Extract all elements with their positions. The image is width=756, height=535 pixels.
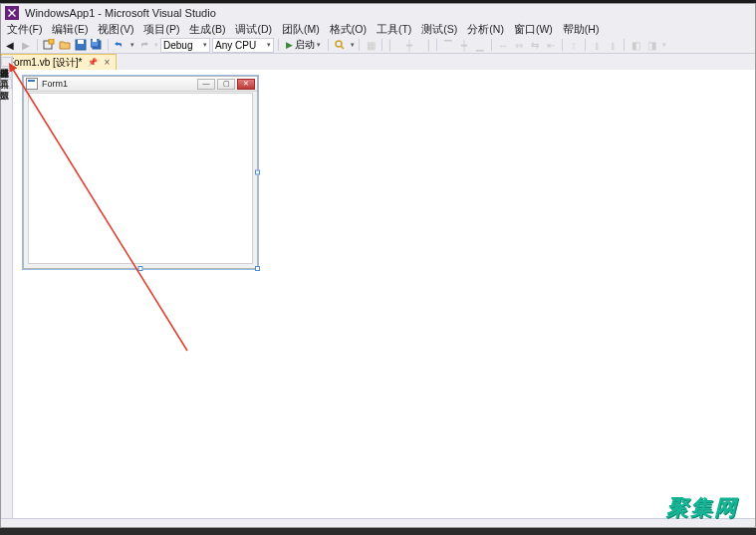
config-dropdown[interactable]: Debug ▾: [160, 38, 210, 53]
maximize-icon: ▢: [217, 79, 235, 90]
open-button[interactable]: [58, 38, 72, 52]
play-icon: ▶: [286, 40, 293, 50]
menu-help[interactable]: 帮助(H): [561, 23, 602, 37]
platform-dropdown[interactable]: Any CPU ▾: [212, 38, 274, 53]
redo-button[interactable]: [136, 38, 150, 52]
form-titlebar: Form1 — ▢ ✕: [24, 77, 257, 92]
align-bottom-button[interactable]: ▁: [473, 38, 487, 52]
form-window-buttons: — ▢ ✕: [197, 79, 255, 90]
form-caption: Form1: [42, 79, 197, 89]
toolbar: ◀ ▶ ▾ ▾ Debug ▾ Any CPU ▾: [1, 37, 755, 54]
toolbar-separator: [562, 39, 563, 51]
menu-view[interactable]: 视图(V): [96, 23, 135, 37]
rail-datasource[interactable]: 数据源: [1, 79, 12, 89]
new-project-button[interactable]: [42, 38, 56, 52]
center-h-button[interactable]: ⫿: [590, 38, 604, 52]
toolbar-separator: [381, 39, 382, 51]
chevron-down-icon: ▾: [203, 41, 207, 49]
nav-back-button[interactable]: ◀: [3, 38, 17, 52]
tab-form1-designer[interactable]: Form1.vb [设计]* 📌 ×: [1, 54, 117, 70]
toolbar-separator: [328, 39, 329, 51]
design-form[interactable]: Form1 — ▢ ✕: [23, 76, 258, 269]
resize-handle-e[interactable]: [255, 170, 260, 175]
toolbar-separator: [278, 39, 279, 51]
rail-server-explorer[interactable]: 服务器资源管理器: [1, 57, 12, 67]
hspacing-dec-button[interactable]: ⇆: [528, 38, 542, 52]
hspacing-inc-button[interactable]: ⇔: [512, 38, 526, 52]
close-icon[interactable]: ×: [104, 57, 110, 68]
send-back-button[interactable]: ◨: [644, 38, 658, 52]
vspacing-equal-button[interactable]: ↕: [567, 38, 581, 52]
form-icon: [26, 78, 38, 90]
config-value: Debug: [163, 40, 201, 51]
find-dropdown-icon[interactable]: ▾: [351, 41, 355, 49]
align-middle-button[interactable]: ┿: [457, 38, 471, 52]
tab-label: Form1.vb [设计]*: [8, 56, 82, 70]
vs-logo-icon: [5, 6, 19, 20]
left-rail: 服务器资源管理器 工具箱 数据源: [1, 56, 13, 519]
menu-project[interactable]: 项目(P): [141, 23, 181, 37]
toolbar-separator: [37, 39, 38, 51]
toolbar-separator: [624, 39, 625, 51]
menu-window[interactable]: 窗口(W): [512, 23, 555, 37]
rail-toolbox[interactable]: 工具箱: [1, 68, 12, 78]
align-top-button[interactable]: ▔: [441, 38, 455, 52]
start-debug-button[interactable]: ▶ 启动 ▾: [283, 39, 324, 52]
chevron-down-icon: ▾: [267, 41, 271, 49]
hspacing-remove-button[interactable]: ⇤: [544, 38, 558, 52]
bring-front-button[interactable]: ◧: [629, 38, 642, 52]
resize-handle-s[interactable]: [138, 266, 143, 271]
save-button[interactable]: [74, 38, 88, 52]
chevron-down-icon: ▾: [317, 41, 321, 49]
menu-analyze[interactable]: 分析(N): [465, 23, 506, 37]
designer-surface[interactable]: Form1 — ▢ ✕: [13, 70, 755, 519]
redo-dropdown-icon[interactable]: ▾: [154, 41, 158, 49]
svg-rect-1: [49, 39, 54, 44]
menu-format[interactable]: 格式(O): [328, 23, 369, 37]
nav-fwd-button[interactable]: ▶: [19, 38, 33, 52]
toolbar-separator: [436, 39, 437, 51]
visual-studio-window: WindowsApp1 - Microsoft Visual Studio 文件…: [0, 3, 756, 528]
status-bar: [1, 518, 755, 527]
find-button[interactable]: [333, 38, 347, 52]
svg-line-8: [341, 46, 344, 49]
menu-build[interactable]: 生成(B): [187, 23, 227, 37]
undo-button[interactable]: [113, 38, 126, 52]
align-grid-button[interactable]: ▦: [364, 38, 378, 52]
toolbar-separator: [359, 39, 360, 51]
center-v-button[interactable]: ⫿: [606, 38, 620, 52]
titlebar: WindowsApp1 - Microsoft Visual Studio: [1, 4, 755, 22]
watermark-text: 聚集网: [666, 493, 738, 523]
form-client-area[interactable]: [28, 93, 253, 264]
menu-file[interactable]: 文件(F): [5, 23, 44, 37]
minimize-icon: —: [197, 79, 215, 90]
save-all-button[interactable]: [90, 38, 104, 52]
align-left-button[interactable]: ▏: [386, 38, 400, 52]
toolbar-separator: [491, 39, 492, 51]
align-center-button[interactable]: ┿: [402, 38, 416, 52]
close-window-icon: ✕: [237, 79, 255, 90]
document-tabs: Form1.vb [设计]* 📌 ×: [1, 54, 755, 71]
menu-test[interactable]: 测试(S): [419, 23, 459, 37]
align-right-button[interactable]: ▕: [418, 38, 432, 52]
menu-tools[interactable]: 工具(T): [375, 23, 413, 37]
hspacing-equal-button[interactable]: ↔: [496, 38, 510, 52]
menubar: 文件(F) 编辑(E) 视图(V) 项目(P) 生成(B) 调试(D) 团队(M…: [1, 22, 755, 37]
undo-dropdown-icon[interactable]: ▾: [130, 41, 134, 49]
layout-dropdown-icon[interactable]: ▾: [662, 41, 666, 49]
menu-debug[interactable]: 调试(D): [233, 23, 274, 37]
menu-edit[interactable]: 编辑(E): [50, 23, 90, 37]
svg-rect-6: [93, 39, 97, 42]
window-title: WindowsApp1 - Microsoft Visual Studio: [25, 7, 216, 19]
pin-icon[interactable]: 📌: [88, 58, 98, 67]
start-label: 启动: [295, 38, 315, 52]
toolbar-separator: [585, 39, 586, 51]
menu-team[interactable]: 团队(M): [280, 23, 322, 37]
platform-value: Any CPU: [215, 40, 265, 51]
resize-handle-se[interactable]: [255, 266, 260, 271]
svg-rect-3: [78, 40, 84, 44]
toolbar-separator: [108, 39, 109, 51]
